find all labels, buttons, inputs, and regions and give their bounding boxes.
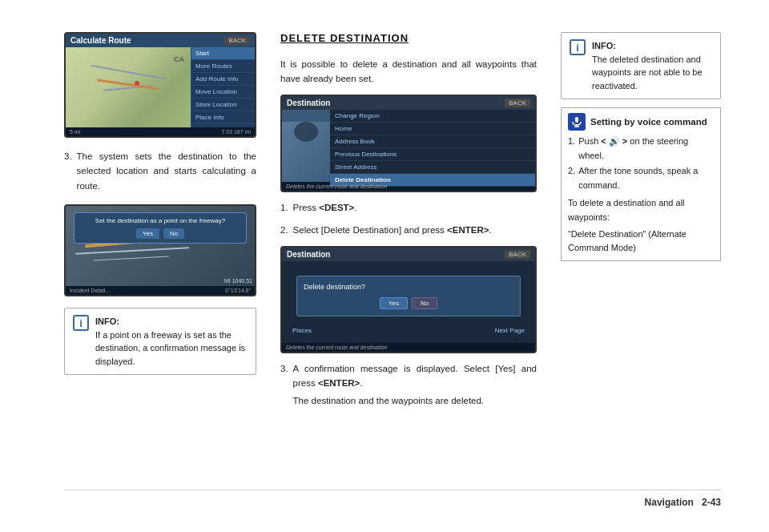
freeway-screen: MI 1040.51 Set the destination as a poin… (64, 204, 256, 296)
step2-num: 2. (280, 223, 288, 237)
dialog-buttons: Yes No (79, 228, 242, 239)
svg-rect-0 (575, 117, 578, 123)
step3-content: A confirmation message is displayed. Sel… (293, 361, 537, 409)
intro-text: It is possible to delete a destination a… (280, 57, 537, 87)
menu-area: Start More Routes Add Route Info Move Lo… (191, 47, 255, 127)
dest-title: Destination (287, 99, 330, 107)
voice-header: Setting by voice command (568, 113, 714, 131)
left-column: Calculate Route BACK CA Start More Rou (64, 32, 256, 483)
menu-item-place[interactable]: Place Info (191, 111, 255, 124)
voice-step1-num: 1. (568, 135, 575, 163)
mid-step-2: 2. Select [Delete Destination] and press… (280, 223, 537, 237)
confirm-footer: Deletes the current route and destinatio… (282, 343, 535, 352)
mid-step-3: 3. A confirmation message is displayed. … (280, 361, 537, 409)
screen-header: Calculate Route BACK (66, 34, 255, 47)
left-step-3: 3. The system sets the destination to th… (64, 149, 256, 193)
voice-step2-num: 2. (568, 164, 575, 192)
step-number: 3. (64, 149, 72, 193)
page: Calculate Route BACK CA Start More Rou (0, 0, 769, 532)
menu-item-more-routes[interactable]: More Routes (191, 60, 255, 73)
confirm-places[interactable]: Places (292, 327, 312, 334)
no-button[interactable]: No (163, 228, 184, 239)
menu-address-book[interactable]: Address Book (330, 135, 535, 148)
menu-item-add-route[interactable]: Add Route Info (191, 73, 255, 86)
voice-step-2: 2. After the tone sounds, speak a comman… (568, 164, 714, 192)
footer-text: Navigation 2-43 (645, 497, 721, 508)
menu-next-page[interactable]: Next Page (496, 187, 535, 192)
voice-content: 1. Push < 🔊 > on the steering wheel. 2. … (568, 135, 714, 256)
freeway-status: Incident Detail... 0°13'14.6" (66, 286, 255, 295)
right-info-icon: i (570, 39, 586, 55)
dest-map-img (282, 122, 330, 182)
info-content: INFO: If a point on a freeway is set as … (95, 315, 248, 368)
dest-content: Change Region Home Address Book Previous… (282, 110, 535, 182)
confirm-back-btn[interactable]: BACK (505, 250, 530, 259)
status-bar: 5 mi 7.03 187 mi (66, 127, 255, 136)
dest-header: Destination BACK (282, 96, 535, 110)
left-info-box: i INFO: If a point on a freeway is set a… (64, 308, 256, 375)
freeway-body: MI 1040.51 Set the destination as a poin… (66, 206, 255, 286)
menu-item-move[interactable]: Move Location (191, 86, 255, 99)
dest-map (282, 110, 330, 182)
status-left: 5 mi (70, 129, 80, 135)
right-info-label: INFO: (592, 41, 616, 50)
step3-text: A confirmation message is displayed. Sel… (293, 361, 537, 391)
content-area: Calculate Route BACK CA Start More Rou (64, 32, 721, 483)
map-area: CA (66, 47, 191, 127)
right-info-content: INFO: The deleted destination and waypoi… (592, 39, 712, 92)
menu-home[interactable]: Home (330, 123, 535, 135)
section-heading: DELETE DESTINATION (280, 32, 537, 44)
step3-num: 3. (280, 361, 288, 409)
confirm-dialog: Delete destination? Yes No (296, 276, 521, 316)
confirm-body: Delete destination? Yes No Places Next P… (282, 261, 535, 343)
menu-prev-dest[interactable]: Previous Destinations (330, 148, 535, 161)
destination-screen-2: Destination BACK Delete destination? Yes… (280, 246, 537, 353)
info-text: If a point on a freeway is set as the de… (95, 330, 245, 366)
dialog-text: Set the destination as a point on the fr… (79, 217, 242, 224)
confirm-title: Destination (287, 250, 330, 259)
voice-command: “Delete Destination” (Alternate Command … (568, 228, 714, 256)
confirm-next-page[interactable]: Next Page (495, 327, 525, 334)
page-footer: Navigation 2-43 (64, 490, 721, 508)
footer-label: Navigation (645, 497, 694, 508)
right-info-text: The deleted destination and waypoints ar… (592, 54, 703, 91)
step3-subtext: The destination and the waypoints are de… (293, 393, 537, 408)
back-button[interactable]: BACK (224, 36, 250, 45)
menu-change-region[interactable]: Change Region (330, 110, 535, 123)
step1-num: 1. (280, 200, 288, 215)
confirm-buttons: Yes No (304, 297, 513, 309)
freeway-dialog: Set the destination as a point on the fr… (74, 212, 247, 244)
screen-body: CA Start More Routes Add Route Info Move… (66, 47, 255, 127)
freeway-coords: 0°13'14.6" (225, 288, 251, 293)
voice-step2-text: After the tone sounds, speak a command. (578, 164, 714, 192)
confirm-header: Destination BACK (282, 248, 535, 261)
freeway-status-text: Incident Detail... (70, 288, 110, 293)
dest-back-btn[interactable]: BACK (505, 99, 530, 107)
confirm-yes-btn[interactable]: Yes (380, 297, 408, 309)
voice-dest-note-text: To delete a destination and all waypoint… (568, 198, 685, 222)
confirm-no-btn[interactable]: No (412, 297, 437, 309)
step-text: The system sets the destination to the s… (77, 149, 256, 193)
info-label: INFO: (95, 316, 119, 326)
mid-step-1: 1. Press <DEST>. (280, 200, 537, 215)
menu-item-store[interactable]: Store Location (191, 99, 255, 111)
freeway-map: MI 1040.51 Set the destination as a poin… (66, 206, 255, 286)
status-right: 7.03 187 mi (221, 129, 251, 135)
step2-text: Select [Delete Destination] and press <E… (293, 223, 492, 237)
voice-step1-text: Push < 🔊 > on the steering wheel. (578, 135, 714, 163)
confirm-dialog-text: Delete destination? (304, 283, 513, 291)
calculate-route-screen: Calculate Route BACK CA Start More Rou (64, 32, 256, 138)
menu-item-start[interactable]: Start (191, 47, 255, 60)
menu-street-address[interactable]: Street Address (330, 161, 535, 174)
dest-menu: Change Region Home Address Book Previous… (330, 110, 535, 182)
voice-title: Setting by voice command (590, 117, 707, 127)
voice-icon (568, 113, 586, 131)
right-column: i INFO: The deleted destination and wayp… (561, 32, 721, 483)
yes-button[interactable]: Yes (136, 228, 159, 239)
destination-screen-1: Destination BACK Change Region Home Addr… (280, 95, 537, 192)
step1-text: Press <DEST>. (293, 200, 357, 215)
confirm-places-row: Places Next Page (288, 324, 529, 337)
screen-title: Calculate Route (70, 36, 131, 45)
middle-column: DELETE DESTINATION It is possible to del… (280, 32, 537, 483)
info-icon: i (73, 315, 89, 331)
